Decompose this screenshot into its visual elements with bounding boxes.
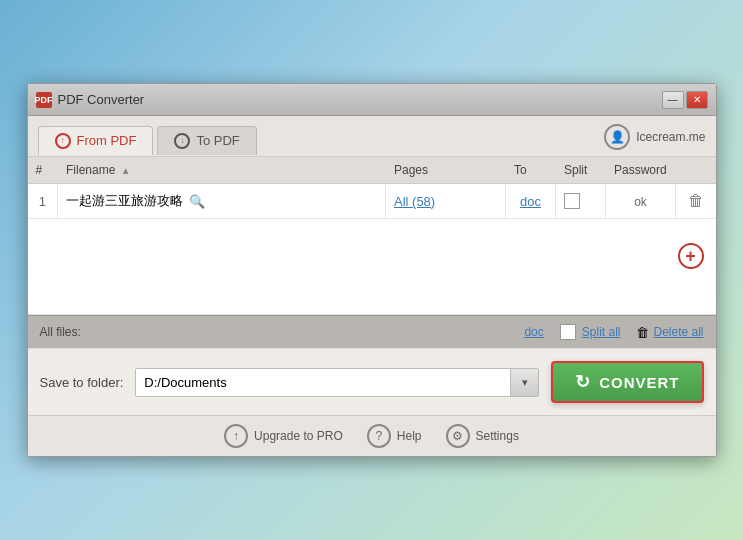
col-header-filename: Filename ▲ <box>58 157 386 184</box>
upgrade-icon: ↑ <box>224 424 248 448</box>
table-row: 1 一起游三亚旅游攻略 🔍 All (58) <box>28 184 716 219</box>
empty-drop-area: + <box>28 235 716 315</box>
titlebar-left: PDF PDF Converter <box>36 92 145 108</box>
col-header-password: Password <box>606 157 676 184</box>
app-icon: PDF <box>36 92 52 108</box>
file-table: # Filename ▲ Pages To Split <box>28 157 716 235</box>
folder-dropdown-button[interactable]: ▾ <box>510 369 538 396</box>
footer-split-area: Split all <box>560 324 621 340</box>
folder-input-wrap: ▾ <box>135 368 539 397</box>
tab-bar: ↑ From PDF ↓ To PDF 👤 Icecream.me <box>28 116 716 157</box>
footer-delete-area[interactable]: 🗑 Delete all <box>636 325 703 340</box>
tabs-left: ↑ From PDF ↓ To PDF <box>38 126 257 155</box>
row-split <box>556 184 606 219</box>
row-to: doc <box>506 184 556 219</box>
save-row: Save to folder: ▾ ↻ CONVERT <box>28 348 716 415</box>
help-button[interactable]: ? Help <box>367 424 422 448</box>
close-button[interactable]: ✕ <box>686 91 708 109</box>
to-pdf-icon: ↓ <box>174 133 190 149</box>
upgrade-button[interactable]: ↑ Upgrade to PRO <box>224 424 343 448</box>
convert-button[interactable]: ↻ CONVERT <box>551 361 703 403</box>
footer-bar-right: doc Split all 🗑 Delete all <box>524 324 703 340</box>
tab-to-pdf[interactable]: ↓ To PDF <box>157 126 256 155</box>
sort-arrow-icon: ▲ <box>121 165 131 176</box>
pages-link[interactable]: All (58) <box>394 194 435 209</box>
add-file-button[interactable]: + <box>678 243 704 269</box>
footer-bar: All files: doc Split all 🗑 Delete all <box>28 315 716 348</box>
brand-icon: 👤 <box>604 124 630 150</box>
brand-area: 👤 Icecream.me <box>604 124 705 156</box>
titlebar: PDF PDF Converter — ✕ <box>28 84 716 116</box>
file-list-area: # Filename ▲ Pages To Split <box>28 157 716 315</box>
bottom-bar: ↑ Upgrade to PRO ? Help ⚙ Settings <box>28 415 716 456</box>
footer-doc-link[interactable]: doc <box>524 325 543 339</box>
add-row <box>28 219 716 236</box>
folder-path-input[interactable] <box>136 369 510 396</box>
to-format-link[interactable]: doc <box>520 194 541 209</box>
delete-row-button[interactable]: 🗑 <box>688 192 704 209</box>
search-icon[interactable]: 🔍 <box>189 194 205 209</box>
all-files-label: All files: <box>40 325 81 339</box>
convert-refresh-icon: ↻ <box>575 371 591 393</box>
delete-all-link[interactable]: Delete all <box>653 325 703 339</box>
titlebar-buttons: — ✕ <box>662 91 708 109</box>
row-num: 1 <box>28 184 58 219</box>
chevron-down-icon: ▾ <box>522 376 528 389</box>
split-all-checkbox[interactable] <box>560 324 576 340</box>
minimize-button[interactable]: — <box>662 91 684 109</box>
save-to-folder-label: Save to folder: <box>40 375 124 390</box>
main-window: PDF PDF Converter — ✕ ↑ From PDF ↓ To PD… <box>27 83 717 457</box>
settings-button[interactable]: ⚙ Settings <box>446 424 519 448</box>
window-title: PDF Converter <box>58 92 145 107</box>
col-header-num: # <box>28 157 58 184</box>
col-header-to: To <box>506 157 556 184</box>
filename-cell: 一起游三亚旅游攻略 🔍 <box>66 192 377 210</box>
table-body: 1 一起游三亚旅游攻略 🔍 All (58) <box>28 184 716 236</box>
password-status: ok <box>634 195 647 209</box>
trash-icon: 🗑 <box>636 325 649 340</box>
tab-from-pdf[interactable]: ↑ From PDF <box>38 126 154 155</box>
split-all-link[interactable]: Split all <box>582 325 621 339</box>
row-filename: 一起游三亚旅游攻略 🔍 <box>58 184 386 219</box>
row-pages: All (58) <box>386 184 506 219</box>
from-pdf-icon: ↑ <box>55 133 71 149</box>
col-header-pages: Pages <box>386 157 506 184</box>
row-delete: 🗑 <box>676 184 716 219</box>
convert-label: CONVERT <box>599 374 679 391</box>
col-header-action <box>676 157 716 184</box>
table-header: # Filename ▲ Pages To Split <box>28 157 716 184</box>
gear-icon: ⚙ <box>446 424 470 448</box>
row-password: ok <box>606 184 676 219</box>
col-header-split: Split <box>556 157 606 184</box>
help-icon: ? <box>367 424 391 448</box>
split-checkbox[interactable] <box>564 193 580 209</box>
